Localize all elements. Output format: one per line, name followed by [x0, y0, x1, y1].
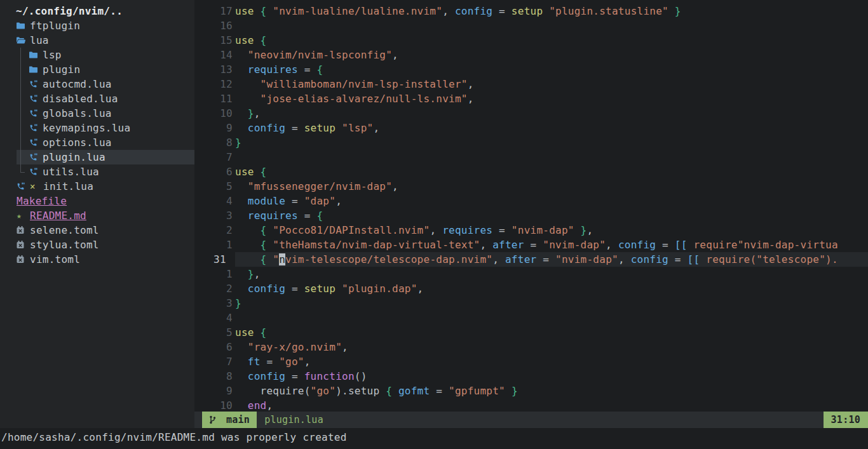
code-line[interactable]: 14 "neovim/nvim-lspconfig", — [194, 48, 868, 62]
code-line[interactable]: 17use { "nvim-lualine/lualine.nvim", con… — [194, 4, 868, 18]
line-number: 2 — [194, 223, 235, 238]
code-text: require("go").setup { gofmt = "gpfumpt" … — [235, 384, 868, 398]
code-line[interactable]: 6 "ray-x/go.nvim", — [194, 340, 868, 354]
explorer-root-path: ~/.config/nvim/.. — [0, 4, 194, 18]
sidebar-item-keymapings-lua[interactable]: keymapings.lua — [0, 121, 194, 135]
sidebar-item-autocmd-lua[interactable]: autocmd.lua — [0, 77, 194, 91]
file-name: ftplugin — [30, 18, 80, 33]
line-number: 14 — [194, 48, 235, 62]
sidebar-item-options-lua[interactable]: options.lua — [0, 135, 194, 150]
sidebar-item-plugin-lua[interactable]: plugin.lua — [0, 150, 194, 164]
statusline: main plugin.lua 31:10 — [194, 412, 868, 428]
code-text: config = function() — [235, 369, 868, 384]
file-name: stylua.toml — [30, 238, 99, 252]
diagnostic-x-mark: ✕ — [30, 179, 43, 194]
folder-icon — [29, 66, 43, 73]
code-line[interactable]: 2 config = setup "plugin.dap", — [194, 281, 868, 296]
line-number: 13 — [194, 62, 235, 77]
code-text — [235, 18, 868, 33]
code-text: requires = { — [235, 62, 868, 77]
lua-file-icon — [17, 182, 30, 191]
file-name: init.lua — [43, 179, 93, 194]
sidebar-item-vim-toml[interactable]: vim.toml — [0, 252, 194, 267]
code-lines: 17use { "nvim-lualine/lualine.nvim", con… — [194, 4, 868, 412]
code-line[interactable]: 4 — [194, 311, 868, 325]
code-line[interactable]: 7 — [194, 150, 868, 164]
code-line[interactable]: 9 require("go").setup { gofmt = "gpfumpt… — [194, 384, 868, 398]
code-line[interactable]: 8 config = function() — [194, 369, 868, 384]
code-line[interactable]: 7 ft = "go", — [194, 354, 868, 369]
code-line[interactable]: 13 requires = { — [194, 62, 868, 77]
code-text: module = "dap", — [235, 194, 868, 208]
code-line[interactable]: 10 end, — [194, 398, 868, 412]
statusline-filename: plugin.lua — [257, 412, 323, 428]
sidebar-item-selene-toml[interactable]: selene.toml — [0, 223, 194, 238]
lua-file-icon — [29, 153, 43, 161]
file-name: disabled.lua — [43, 91, 118, 106]
code-line[interactable]: 10 }, — [194, 106, 868, 121]
code-editor[interactable]: 17use { "nvim-lualine/lualine.nvim", con… — [194, 0, 868, 412]
line-number: 7 — [194, 150, 235, 164]
code-text: }, — [235, 267, 868, 281]
code-line[interactable]: 5 "mfussenegger/nvim-dap", — [194, 179, 868, 194]
lua-file-icon — [29, 138, 43, 147]
code-line[interactable]: 9 config = setup "lsp", — [194, 121, 868, 135]
line-number: 5 — [194, 179, 235, 194]
sidebar-item-init-lua[interactable]: ✕init.lua — [0, 179, 194, 194]
line-number: 9 — [194, 384, 235, 398]
line-number: 2 — [194, 281, 235, 296]
sidebar-item-stylua-toml[interactable]: stylua.toml — [0, 238, 194, 252]
line-number: 1 — [194, 238, 235, 252]
line-number: 11 — [194, 91, 235, 106]
cursor-position-badge: 31:10 — [824, 412, 868, 428]
code-line[interactable]: 11 "jose-elias-alvarez/null-ls.nvim", — [194, 91, 868, 106]
sidebar-item-lsp[interactable]: lsp — [0, 48, 194, 62]
file-name: vim.toml — [30, 252, 80, 267]
line-number: 5 — [194, 325, 235, 340]
current-line-number: 31 — [194, 252, 235, 267]
sidebar-item-plugin[interactable]: plugin — [0, 62, 194, 77]
folder-icon — [17, 22, 30, 29]
sidebar-item-globals-lua[interactable]: globals.lua — [0, 106, 194, 121]
code-line[interactable]: 4 module = "dap", — [194, 194, 868, 208]
code-text: } — [235, 296, 868, 311]
code-line[interactable]: 16 — [194, 18, 868, 33]
file-name: options.lua — [43, 135, 112, 150]
sidebar-item-makefile[interactable]: Makefile — [0, 194, 194, 208]
sidebar-item-ftplugin[interactable]: ftplugin — [0, 18, 194, 33]
code-line[interactable]: 12 "williamboman/nvim-lsp-installer", — [194, 77, 868, 91]
code-line[interactable]: 31 { "nvim-telescope/telescope-dap.nvim"… — [194, 252, 868, 267]
code-line[interactable]: 2 { "Pocco81/DAPInstall.nvim", requires … — [194, 223, 868, 238]
code-text: "jose-elias-alvarez/null-ls.nvim", — [235, 91, 868, 106]
line-number: 9 — [194, 121, 235, 135]
lua-file-icon — [29, 80, 43, 88]
bookmark-star-icon: ★ — [17, 208, 30, 223]
git-branch-badge: main — [202, 412, 257, 428]
code-line[interactable]: 3 requires = { — [194, 208, 868, 223]
code-line[interactable]: 6use { — [194, 164, 868, 179]
code-line[interactable]: 3} — [194, 296, 868, 311]
lua-file-icon — [29, 95, 43, 103]
sidebar-item-readme-md[interactable]: ★README.md — [0, 208, 194, 223]
file-name: keymapings.lua — [43, 121, 130, 135]
file-name: lsp — [43, 48, 62, 62]
line-number: 8 — [194, 135, 235, 150]
code-text: }, — [235, 106, 868, 121]
sidebar-item-lua[interactable]: lua — [0, 33, 194, 48]
file-name: lua — [30, 33, 49, 48]
git-branch-icon — [209, 415, 222, 424]
code-text: "mfussenegger/nvim-dap", — [235, 179, 868, 194]
code-line[interactable]: 15use { — [194, 33, 868, 48]
code-line[interactable]: 1 }, — [194, 267, 868, 281]
sidebar-item-disabled-lua[interactable]: disabled.lua — [0, 91, 194, 106]
line-number: 4 — [194, 311, 235, 325]
code-line[interactable]: 5use { — [194, 325, 868, 340]
code-line[interactable]: 8} — [194, 135, 868, 150]
sidebar-item-utils-lua[interactable]: utils.lua — [0, 164, 194, 179]
toml-file-icon — [17, 226, 30, 234]
file-name: README.md — [30, 208, 86, 223]
line-number: 3 — [194, 208, 235, 223]
code-line[interactable]: 1 { "theHamsta/nvim-dap-virtual-text", a… — [194, 238, 868, 252]
code-text: "williamboman/nvim-lsp-installer", — [235, 77, 868, 91]
nvim-window: ~/.config/nvim/.. ftpluginlualsppluginau… — [0, 0, 868, 449]
